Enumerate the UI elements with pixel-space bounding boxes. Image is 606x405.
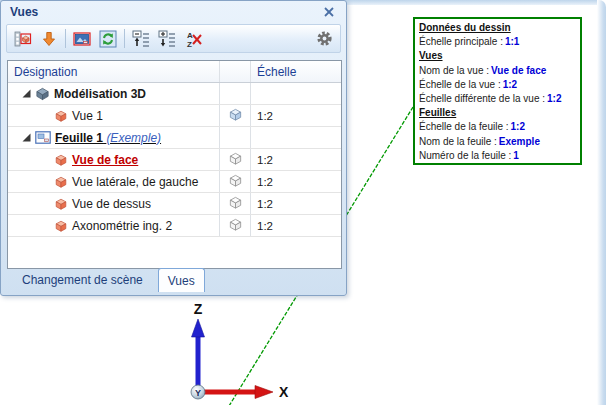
row-scale: [251, 83, 341, 104]
row-label: Feuille 1 (Exemple): [55, 131, 161, 145]
panel-titlebar: Vues: [1, 1, 346, 23]
x-axis-label: X: [279, 384, 289, 400]
callout-line: Échelle de la vue :1:2: [419, 78, 580, 92]
row-vue-laterale[interactable]: Vue latérale, de gauche 1:2: [8, 171, 341, 193]
row-label: Vue 1: [72, 109, 103, 123]
svg-text:Z: Z: [187, 39, 192, 48]
cube-blue-icon: [228, 107, 243, 125]
row-scale: [251, 127, 341, 148]
row-vue-1[interactable]: Vue 1 1:2: [8, 105, 341, 127]
tab-changement-de-scene[interactable]: Changement de scène: [13, 268, 152, 292]
row-scale: 1:2: [251, 105, 341, 126]
table-header[interactable]: Désignation Échelle: [8, 61, 341, 83]
callout-line: Nom de la vue :Vue de face: [419, 64, 580, 78]
column-header-designation[interactable]: Désignation: [8, 65, 219, 79]
callout-line: Nom de la feuile :Exemple: [419, 135, 580, 149]
callout-line: Échelle principale :1:1: [419, 35, 580, 49]
model-3d-icon: [35, 86, 50, 101]
z-axis-arrowhead: [192, 319, 205, 337]
cube-wireframe-icon: [228, 217, 243, 235]
row-vue-de-face[interactable]: Vue de face 1:2: [8, 149, 341, 171]
callout-heading: Données du dessin: [419, 21, 580, 35]
row-scale: 1:2: [251, 193, 341, 214]
panel-toolbar: A Z: [6, 24, 341, 53]
sheet-icon: [35, 131, 51, 144]
views-table: Désignation Échelle Modélisation 3D: [7, 60, 342, 269]
move-down-arrow-icon[interactable]: [36, 26, 62, 51]
row-label: Vue de face: [72, 153, 138, 167]
callout-line: Échelle différente de la vue :1:2: [419, 92, 580, 106]
x-axis-arrowhead: [255, 386, 273, 399]
gear-icon[interactable]: [311, 26, 337, 51]
view-cube-orange-icon: [54, 197, 68, 211]
view-cube-orange-icon: [54, 219, 68, 233]
callout-line: Numéro de la feuile :1: [419, 149, 580, 163]
row-vue-de-dessus[interactable]: Vue de dessus 1:2: [8, 193, 341, 215]
panel-tabbar: Changement de scène Vues: [5, 268, 342, 292]
cube-wireframe-icon: [228, 173, 243, 191]
toolbar-separator: [65, 29, 66, 48]
column-header-state[interactable]: [219, 61, 251, 82]
tab-vues[interactable]: Vues: [158, 268, 205, 292]
row-label: Modélisation 3D: [54, 87, 146, 101]
drawing-data-callout: Données du dessin Échelle principale :1:…: [413, 17, 582, 165]
row-modelisation-3d[interactable]: Modélisation 3D: [8, 83, 341, 105]
remove-sort-az-icon[interactable]: A Z: [180, 26, 206, 51]
panel-title: Vues: [10, 5, 38, 19]
vues-panel: Vues: [0, 0, 347, 296]
callout-heading: Vues: [419, 49, 580, 63]
row-scale: 1:2: [251, 149, 341, 170]
z-axis-label: Z: [194, 301, 203, 317]
row-label: Axonométrie ing. 2: [72, 219, 172, 233]
close-icon[interactable]: [321, 4, 337, 20]
callout-heading: Feuilles: [419, 106, 580, 120]
column-header-echelle[interactable]: Échelle: [251, 65, 341, 79]
y-axis-label: Y: [195, 388, 201, 398]
refresh-icon[interactable]: [95, 26, 121, 51]
collapse-all-icon[interactable]: [128, 26, 154, 51]
row-label: Vue latérale, de gauche: [72, 175, 198, 189]
view-cube-orange-icon: [54, 109, 68, 123]
view-cube-orange-icon: [54, 153, 68, 167]
expander-icon[interactable]: [22, 133, 31, 142]
axis-triad: Y Z X: [191, 301, 289, 400]
cube-wireframe-icon: [228, 195, 243, 213]
cube-wireframe-icon: [228, 151, 243, 169]
toolbar-separator: [124, 29, 125, 48]
row-feuille-1[interactable]: Feuille 1 (Exemple): [8, 127, 341, 149]
preview-image-icon[interactable]: [69, 26, 95, 51]
expander-icon[interactable]: [22, 89, 31, 98]
expand-all-icon[interactable]: [154, 26, 180, 51]
new-view-icon[interactable]: [10, 26, 36, 51]
view-cube-orange-icon: [54, 175, 68, 189]
row-axonometrie[interactable]: Axonométrie ing. 2 1:2: [8, 215, 341, 237]
callout-line: Échelle de la feuile :1:2: [419, 120, 580, 134]
row-scale: 1:2: [251, 171, 341, 192]
row-label: Vue de dessus: [72, 197, 151, 211]
row-scale: 1:2: [251, 215, 341, 236]
